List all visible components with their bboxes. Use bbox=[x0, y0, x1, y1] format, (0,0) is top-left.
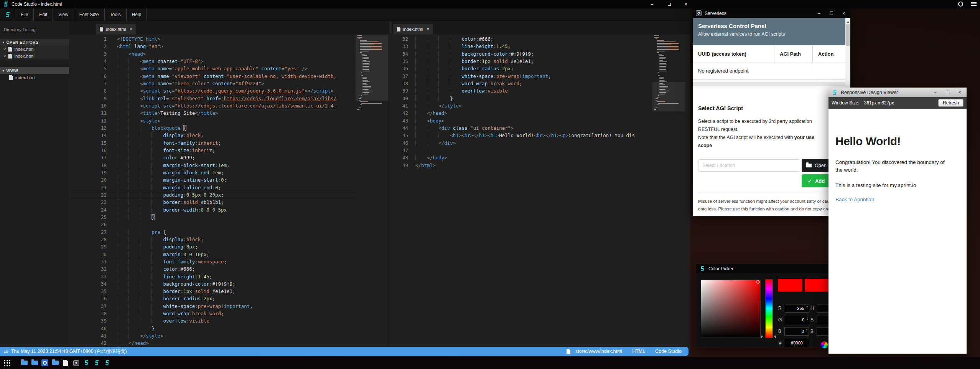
code-line[interactable] bbox=[415, 147, 653, 154]
maximize-button[interactable] bbox=[830, 12, 833, 15]
stepper-icon[interactable]: ▲▼ bbox=[806, 328, 808, 332]
code-line[interactable]: <script src="https://cdnjs.cloudflare.co… bbox=[117, 102, 356, 109]
code-line[interactable]: <div class="ui container"> bbox=[415, 124, 653, 132]
code-line[interactable]: background-color:#f9f9f9; bbox=[415, 50, 653, 58]
scroll-up-icon[interactable] bbox=[847, 20, 850, 23]
tab-close-icon[interactable]: × bbox=[427, 26, 429, 32]
code-line[interactable]: display:block; bbox=[117, 132, 356, 139]
menu-edit[interactable]: Edit bbox=[34, 8, 53, 21]
stepper-icon[interactable]: ▲▼ bbox=[806, 317, 808, 320]
folder-icon[interactable] bbox=[21, 359, 28, 366]
menu-view[interactable]: View bbox=[53, 8, 74, 21]
code-line[interactable]: <head> bbox=[117, 50, 356, 58]
code-line[interactable]: <!DOCTYPE html> bbox=[117, 35, 356, 43]
code-line[interactable]: border:1px solid #e1e1e1; bbox=[117, 288, 356, 295]
editor-pane-primary[interactable]: 1234567891011121314151617181920212223242… bbox=[69, 35, 389, 355]
code-line[interactable]: </html> bbox=[415, 162, 653, 169]
code-line[interactable]: <body> bbox=[415, 117, 653, 124]
color-selection-indicator[interactable] bbox=[756, 280, 760, 284]
minimap-viewport[interactable] bbox=[652, 82, 685, 111]
code-line[interactable]: border-radius:2px; bbox=[117, 295, 356, 302]
code-line[interactable]: } bbox=[117, 325, 356, 332]
minimap[interactable] bbox=[357, 35, 387, 111]
code-line[interactable]: font-family:monospace; bbox=[117, 258, 356, 265]
tab-index-html[interactable]: index.html × bbox=[393, 24, 433, 35]
hue-slider[interactable] bbox=[765, 279, 773, 338]
code-line[interactable]: <meta charset="UTF-8"> bbox=[117, 58, 356, 65]
code-line[interactable]: <script src="https://code.jquery.com/jqu… bbox=[117, 87, 356, 94]
code-line[interactable]: </div> bbox=[415, 139, 653, 147]
code-line[interactable]: <meta name="viewport" content="user-scal… bbox=[117, 73, 356, 80]
code-line[interactable]: pre { bbox=[117, 228, 356, 236]
code-line[interactable] bbox=[117, 221, 356, 228]
code-line[interactable]: border:solid #b1b1b1; bbox=[117, 199, 356, 206]
folder-icon[interactable] bbox=[31, 359, 38, 366]
minimize-button[interactable]: – bbox=[934, 90, 937, 95]
status-language[interactable]: HTML bbox=[632, 349, 645, 354]
code-line[interactable]: white-space:pre-wrap!important; bbox=[117, 303, 356, 310]
code-line[interactable]: </head> bbox=[117, 339, 356, 347]
script-location-input[interactable] bbox=[698, 159, 800, 172]
code-line[interactable]: margin-block-end:1em; bbox=[117, 169, 356, 176]
hamburger-menu-icon[interactable] bbox=[971, 2, 977, 7]
code-line[interactable]: white-space:pre-wrap!important; bbox=[415, 73, 653, 80]
code-line[interactable]: border-radius:2px; bbox=[415, 65, 653, 72]
code-line[interactable]: padding:8px; bbox=[117, 243, 356, 250]
minimize-button[interactable]: – bbox=[648, 1, 656, 8]
code-line[interactable]: <meta name="theme-color" content="#ff922… bbox=[117, 80, 356, 87]
menu-font-size[interactable]: Font Size bbox=[74, 8, 105, 21]
saturation-value-field[interactable] bbox=[701, 280, 761, 338]
close-button[interactable]: × bbox=[682, 1, 690, 8]
code-line[interactable]: word-wrap:break-word; bbox=[117, 310, 356, 317]
file-tree-item[interactable]: index.html bbox=[0, 74, 69, 81]
editor-pane-secondary[interactable]: 323334353637383940414243444546474849 col… bbox=[391, 35, 690, 355]
code-line[interactable]: word-wrap:break-word; bbox=[415, 80, 653, 87]
open-editor-item[interactable]: × index.html bbox=[0, 53, 69, 60]
code-line[interactable]: display:block; bbox=[117, 236, 356, 243]
maximize-button[interactable] bbox=[946, 91, 949, 94]
code-line[interactable]: </head> bbox=[415, 109, 653, 117]
stepper-icon[interactable]: ▲▼ bbox=[806, 305, 808, 309]
code-line[interactable]: } bbox=[415, 95, 653, 102]
media-app-icon[interactable] bbox=[41, 359, 48, 366]
minimap[interactable] bbox=[654, 35, 684, 111]
code-line[interactable]: color:#666; bbox=[415, 35, 653, 43]
menu-file[interactable]: File bbox=[15, 8, 34, 21]
text-file-icon[interactable] bbox=[62, 359, 69, 366]
red-input[interactable]: 255▲▼ bbox=[785, 304, 809, 313]
blue-input[interactable]: 0▲▼ bbox=[784, 327, 809, 336]
code-line[interactable]: </body> bbox=[415, 154, 653, 161]
refresh-button[interactable]: Refresh bbox=[938, 99, 964, 107]
code-studio-app-icon[interactable] bbox=[93, 359, 100, 366]
code-line[interactable]: border-width:0 0 0 5px bbox=[117, 206, 356, 213]
code-line[interactable]: </style> bbox=[117, 332, 356, 339]
code-studio-app-icon[interactable] bbox=[83, 359, 90, 366]
code-studio-app-icon[interactable] bbox=[104, 359, 110, 366]
back-to-aprintlab-link[interactable]: Back to Aprintlab bbox=[835, 197, 960, 202]
hex-input[interactable]: ff0000 bbox=[785, 339, 809, 347]
folder-icon[interactable] bbox=[52, 359, 59, 366]
status-file[interactable]: store:/www/index.html bbox=[567, 349, 622, 354]
serverless-app-icon[interactable]: σ bbox=[72, 359, 79, 366]
code-line[interactable]: font-size:inherit; bbox=[117, 147, 356, 154]
tab-close-icon[interactable]: × bbox=[129, 26, 132, 32]
menu-help[interactable]: Help bbox=[127, 8, 147, 21]
close-button[interactable]: × bbox=[959, 90, 961, 95]
code-line[interactable]: blockquote { bbox=[117, 124, 356, 132]
code-line[interactable]: overflow:visible bbox=[415, 87, 653, 94]
minimize-button[interactable]: – bbox=[818, 11, 820, 16]
code-line[interactable]: overflow:visible bbox=[117, 317, 356, 324]
code-line[interactable]: margin-inline-start:0; bbox=[117, 176, 356, 184]
scrollbar-thumb[interactable] bbox=[846, 24, 850, 46]
close-icon[interactable]: × bbox=[3, 47, 6, 51]
restore-button[interactable] bbox=[665, 1, 673, 8]
code-line[interactable]: <link rel="stylesheet" href="https://cdn… bbox=[117, 95, 356, 102]
code-line[interactable]: margin-block-start:1em; bbox=[117, 162, 356, 169]
code-line[interactable]: margin:0 0 10px; bbox=[117, 251, 356, 258]
code-line[interactable]: <meta name="apple-mobile-web-app-capable… bbox=[117, 65, 356, 72]
code-line[interactable]: margin-inline-end:0; bbox=[117, 184, 356, 191]
color-wheel-icon[interactable] bbox=[821, 341, 828, 348]
www-folder-section[interactable]: ▾ WWW bbox=[0, 67, 69, 74]
code-line[interactable]: <title>Testing Site</title> bbox=[117, 109, 356, 117]
open-editor-item[interactable]: × index.html bbox=[0, 46, 69, 53]
